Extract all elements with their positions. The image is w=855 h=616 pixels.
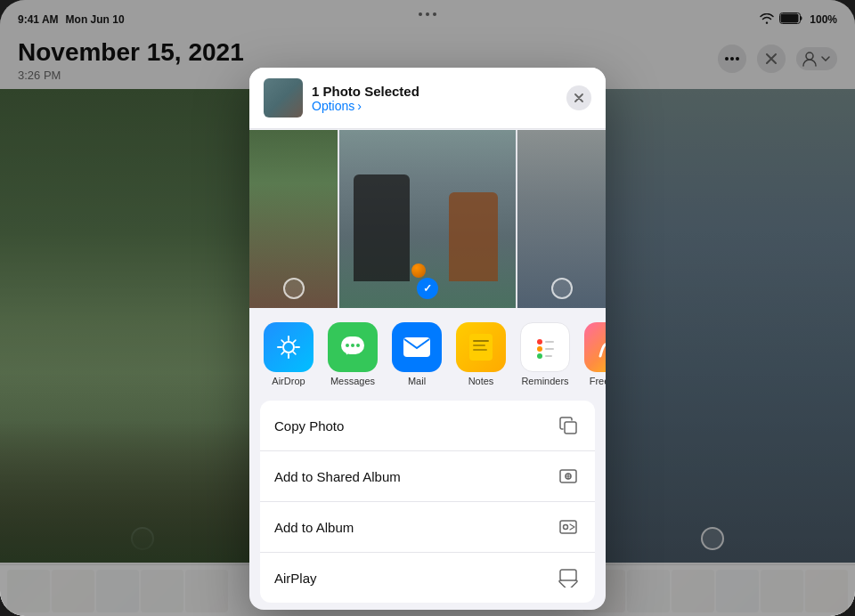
svg-point-22 [537, 346, 542, 352]
status-left: 9:41 AM Mon Jun 10 [18, 13, 125, 26]
status-time: 9:41 AM [18, 13, 59, 26]
reminders-icon-box [520, 322, 570, 372]
options-label: Options [312, 99, 354, 113]
copy-photo-label: Copy Photo [274, 418, 344, 434]
strip-photo-left[interactable] [249, 130, 338, 308]
strip-select-left[interactable] [283, 278, 305, 299]
add-album-row[interactable]: Add to Album [260, 502, 595, 553]
airdrop-icon-box [264, 322, 314, 372]
mail-label: Mail [408, 376, 426, 386]
app-reminders[interactable]: Reminders [520, 322, 570, 386]
app-notes[interactable]: Notes [456, 322, 506, 386]
freeform-label: Freeform [590, 376, 606, 386]
wifi-icon [760, 13, 774, 27]
share-title: 1 Photo Selected [312, 84, 419, 99]
reminders-label: Reminders [521, 376, 568, 386]
svg-rect-19 [473, 349, 487, 351]
svg-rect-25 [545, 355, 552, 357]
app-airdrop[interactable]: AirDrop [264, 322, 314, 386]
app-messages[interactable]: Messages [328, 322, 378, 386]
svg-rect-16 [469, 334, 493, 361]
app-freeform[interactable]: Freeform [584, 322, 606, 386]
messages-label: Messages [330, 376, 375, 386]
copy-photo-icon [556, 413, 581, 438]
notes-label: Notes [468, 376, 494, 386]
notes-icon-box [456, 322, 506, 372]
share-title-block: 1 Photo Selected Options › [312, 84, 419, 113]
battery-icon [779, 12, 804, 27]
share-sheet: 1 Photo Selected Options › [249, 68, 606, 610]
svg-rect-35 [560, 570, 576, 580]
svg-rect-30 [565, 422, 576, 434]
add-shared-album-icon [556, 464, 581, 489]
app-icons-row: AirDrop Messages [249, 308, 606, 393]
share-sheet-header: 1 Photo Selected Options › [249, 68, 606, 129]
add-album-label: Add to Album [274, 520, 354, 535]
add-album-icon [556, 515, 581, 539]
strip-select-center[interactable] [417, 278, 438, 299]
airplay-row[interactable]: AirPlay [260, 553, 595, 603]
airplay-label: AirPlay [274, 571, 317, 586]
add-shared-album-label: Add to Shared Album [274, 469, 401, 484]
strip-photo-center[interactable] [338, 130, 517, 308]
add-shared-album-row[interactable]: Add to Shared Album [260, 451, 595, 502]
options-button[interactable]: Options › [312, 99, 419, 113]
status-bar: 9:41 AM Mon Jun 10 100% [0, 7, 855, 32]
strip-select-right[interactable] [551, 278, 573, 299]
mail-icon-box [392, 322, 442, 372]
share-header-left: 1 Photo Selected Options › [264, 78, 419, 118]
copy-photo-row[interactable]: Copy Photo [260, 401, 595, 451]
svg-rect-1 [781, 14, 799, 23]
airplay-icon [556, 565, 581, 590]
svg-rect-23 [545, 348, 554, 350]
share-photo-strip [249, 130, 606, 308]
freeform-icon-box [584, 322, 606, 372]
battery-percent: 100% [810, 13, 837, 26]
svg-rect-18 [473, 344, 485, 346]
svg-rect-17 [473, 340, 489, 342]
app-mail[interactable]: Mail [392, 322, 442, 386]
strip-photo-right[interactable] [517, 130, 606, 308]
ipad-screen: 9:41 AM Mon Jun 10 100% [0, 0, 855, 616]
messages-icon-box [328, 322, 378, 372]
svg-point-12 [346, 344, 349, 347]
svg-rect-21 [545, 341, 554, 343]
svg-point-34 [564, 525, 568, 530]
status-day: Mon Jun 10 [66, 13, 125, 26]
svg-point-20 [537, 339, 542, 344]
options-chevron: › [357, 99, 362, 113]
share-close-button[interactable] [566, 85, 591, 110]
status-right: 100% [760, 12, 837, 27]
svg-point-24 [537, 353, 542, 359]
svg-point-10 [283, 342, 294, 353]
share-thumbnail [264, 78, 303, 118]
action-list: Copy Photo Add to Shared Album [260, 401, 595, 603]
svg-point-13 [351, 344, 354, 347]
svg-point-14 [356, 344, 360, 347]
airdrop-label: AirDrop [272, 376, 305, 386]
